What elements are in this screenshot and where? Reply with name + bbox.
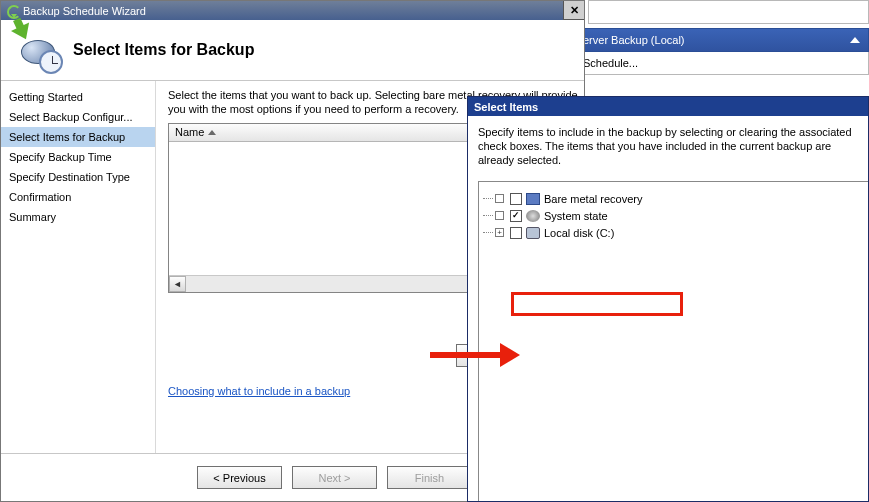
select-items-tree[interactable]: Bare metal recovery System state + Local… bbox=[478, 181, 868, 501]
close-icon: ✕ bbox=[570, 4, 579, 17]
next-button: Next > bbox=[292, 466, 377, 489]
server-backup-title: erver Backup (Local) bbox=[583, 34, 685, 46]
disk-icon bbox=[526, 227, 540, 239]
wizard-title-icon bbox=[5, 4, 19, 18]
tree-item-bare-metal[interactable]: Bare metal recovery bbox=[495, 190, 868, 207]
wizard-steps-nav: Getting Started Select Backup Configur..… bbox=[1, 81, 156, 453]
checkbox-bare-metal[interactable] bbox=[510, 193, 522, 205]
previous-button[interactable]: < Previous bbox=[197, 466, 282, 489]
step-summary[interactable]: Summary bbox=[1, 207, 155, 227]
step-confirmation[interactable]: Confirmation bbox=[1, 187, 155, 207]
step-specify-backup-time[interactable]: Specify Backup Time bbox=[1, 147, 155, 167]
tree-expander-icon[interactable] bbox=[495, 194, 504, 203]
close-button[interactable]: ✕ bbox=[563, 1, 584, 20]
server-icon bbox=[526, 193, 540, 205]
sort-asc-icon bbox=[208, 130, 216, 135]
column-header-label: Name bbox=[175, 126, 204, 138]
select-items-title-text: Select Items bbox=[474, 101, 538, 113]
server-backup-item-label: Schedule... bbox=[583, 57, 638, 69]
annotation-arrow-head-icon bbox=[500, 343, 520, 367]
checkbox-system-state[interactable] bbox=[510, 210, 522, 222]
wizard-titlebar[interactable]: Backup Schedule Wizard ✕ bbox=[1, 1, 584, 20]
gear-icon bbox=[526, 210, 540, 222]
wizard-title-text: Backup Schedule Wizard bbox=[23, 5, 563, 17]
background-strip bbox=[588, 0, 869, 24]
finish-button: Finish bbox=[387, 466, 472, 489]
select-items-description: Specify items to include in the backup b… bbox=[468, 116, 868, 181]
select-items-titlebar[interactable]: Select Items bbox=[468, 97, 868, 116]
select-items-dialog: Select Items Specify items to include in… bbox=[467, 96, 869, 502]
help-link-choosing[interactable]: Choosing what to include in a backup bbox=[168, 385, 350, 397]
server-backup-header[interactable]: erver Backup (Local) bbox=[574, 28, 869, 52]
step-select-items[interactable]: Select Items for Backup bbox=[1, 127, 155, 147]
page-title: Select Items for Backup bbox=[73, 41, 254, 59]
tree-label: Local disk (C:) bbox=[544, 227, 614, 239]
wizard-header: Select Items for Backup bbox=[1, 20, 584, 80]
checkbox-local-disk[interactable] bbox=[510, 227, 522, 239]
step-getting-started[interactable]: Getting Started bbox=[1, 87, 155, 107]
tree-item-system-state[interactable]: System state bbox=[495, 207, 868, 224]
step-specify-destination[interactable]: Specify Destination Type bbox=[1, 167, 155, 187]
tree-label: Bare metal recovery bbox=[544, 193, 642, 205]
tree-label: System state bbox=[544, 210, 608, 222]
annotation-arrow-shaft bbox=[430, 352, 502, 358]
tree-expander-icon[interactable] bbox=[495, 211, 504, 220]
server-backup-item-schedule[interactable]: Schedule... bbox=[574, 52, 869, 75]
tree-item-local-disk[interactable]: + Local disk (C:) bbox=[495, 224, 868, 241]
wizard-header-icon bbox=[13, 26, 63, 74]
server-backup-panel: erver Backup (Local) Schedule... bbox=[574, 28, 869, 75]
step-select-backup-config[interactable]: Select Backup Configur... bbox=[1, 107, 155, 127]
tree-expander-icon[interactable]: + bbox=[495, 228, 504, 237]
scroll-left-icon[interactable]: ◄ bbox=[169, 276, 186, 292]
collapse-arrow-icon[interactable] bbox=[850, 37, 860, 43]
